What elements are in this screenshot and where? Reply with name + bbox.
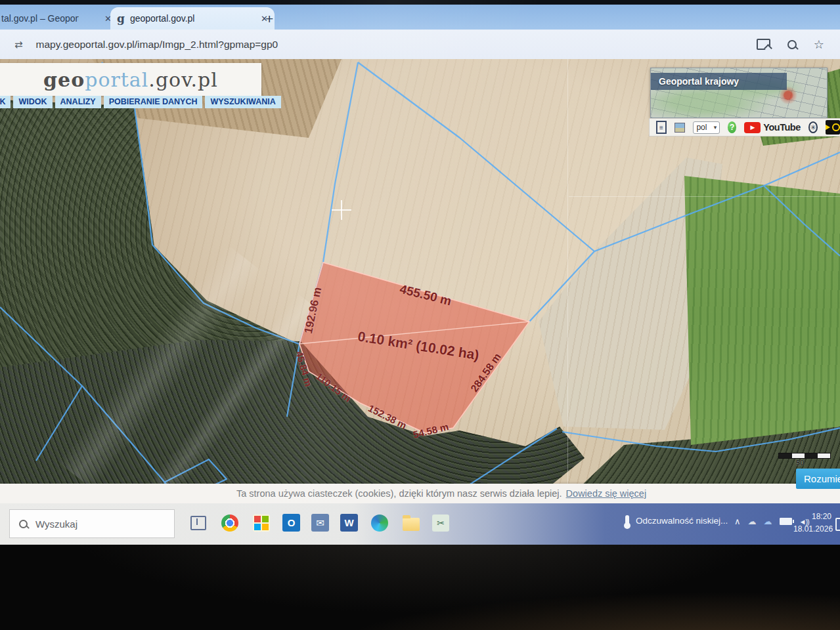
weather-widget[interactable]: Odczuwalność niskiej... — [625, 515, 728, 526]
laptop-bezel — [0, 545, 840, 630]
photo-top-edge — [0, 0, 840, 5]
geoportal-logo: geoportal.gov.pl — [43, 68, 218, 91]
menu-item-wyszukiwania[interactable]: WYSZUKIWANIA — [205, 96, 280, 108]
clock-time: 18:20 — [793, 511, 831, 523]
language-select[interactable]: pol ▾ — [693, 121, 720, 134]
menu-item-pobieranie-danych[interactable]: POBIERANIE DANYCH — [104, 96, 203, 108]
outlook-icon[interactable]: O — [282, 514, 300, 532]
language-value: pol — [696, 123, 707, 132]
file-explorer-icon[interactable] — [401, 513, 421, 533]
map-scale-label: 50 — [796, 459, 804, 467]
address-bar-actions: ☆ — [757, 39, 824, 51]
zoom-icon[interactable] — [787, 40, 797, 49]
chevron-down-icon: ▾ — [714, 124, 717, 131]
notification-center-icon[interactable] — [835, 518, 840, 531]
search-placeholder: Wyszukaj — [35, 518, 77, 530]
overview-minimap[interactable]: Geoportal krajowy — [650, 68, 828, 118]
tab-title: tal.gov.pl – Geoportal In — [1, 13, 79, 24]
ship-wheel-icon[interactable]: ✳ — [808, 121, 818, 133]
geoportal-toolbar: ≡ pol ▾ ? ▶ YouTube ✳ — [649, 118, 840, 136]
new-tab-button[interactable]: + — [265, 11, 273, 27]
minimap-title: Geoportal krajowy — [659, 76, 739, 87]
tab-geoportal-info[interactable]: tal.gov.pl – Geoportal In ✕ — [0, 7, 116, 30]
logo-portal: portal — [85, 68, 148, 91]
url-text[interactable]: mapy.geoportal.gov.pl/imap/Imgp_2.html?g… — [36, 39, 278, 51]
cast-icon[interactable] — [757, 39, 770, 50]
youtube-label: YouTube — [763, 122, 800, 133]
weather-text: Odczuwalność niskiej... — [636, 516, 728, 526]
cookie-accept-button[interactable]: Rozumiem — [796, 469, 840, 489]
taskbar-app-icons: O ✉ W ✂ — [188, 513, 449, 533]
tab-title: geoportal.gov.pl — [130, 13, 195, 24]
edge-icon[interactable] — [369, 513, 389, 533]
geoportal-header: geoportal.gov.pl — [0, 63, 261, 96]
cookie-message: Ta strona używa ciasteczek (cookies), dz… — [236, 488, 562, 499]
thermometer-icon — [625, 515, 629, 526]
browser-tab-bar: tal.gov.pl – Geoportal In ✕ g geoportal.… — [0, 5, 840, 30]
task-view-icon[interactable] — [188, 513, 208, 533]
youtube-link[interactable]: ▶ YouTube — [744, 122, 800, 133]
logo-suffix: .gov.pl — [148, 68, 218, 91]
cookie-banner: Ta strona używa ciasteczek (cookies), dz… — [0, 484, 840, 503]
help-icon[interactable]: ? — [728, 121, 736, 133]
laptop-photo: tal.gov.pl – Geoportal In ✕ g geoportal.… — [0, 0, 840, 630]
taskbar-clock[interactable]: 18:20 18.01.2026 — [793, 511, 831, 535]
store-icon[interactable] — [251, 513, 271, 533]
contrast-toggle-icon[interactable] — [826, 120, 840, 135]
clock-date: 18.01.2026 — [793, 523, 831, 536]
cloud-sync-icon[interactable]: ☁ — [764, 516, 772, 526]
taskbar-search-input[interactable]: Wyszukaj — [9, 509, 175, 538]
bip-icon[interactable]: ≡ — [656, 121, 667, 134]
mail-icon[interactable]: ✉ — [311, 514, 329, 532]
contrast-dot-icon — [832, 123, 840, 131]
menu-item-plik[interactable]: PLIK — [0, 96, 11, 108]
cursor-arrow-icon — [826, 125, 830, 130]
menu-item-analizy[interactable]: ANALIZY — [55, 96, 101, 108]
bookmark-star-icon[interactable]: ☆ — [814, 39, 824, 51]
map-sheet-icon[interactable] — [674, 123, 686, 133]
search-icon — [19, 520, 28, 528]
battery-icon[interactable] — [780, 518, 792, 525]
windows-taskbar: Wyszukaj O ✉ W ✂ Odczuwalność niskiej...… — [0, 503, 840, 545]
minimap-title-band: Geoportal krajowy — [651, 73, 787, 90]
logo-geo: geo — [43, 68, 85, 91]
menu-item-widok[interactable]: WIDOK — [13, 96, 52, 108]
map-center-crosshair-icon — [332, 200, 351, 220]
cookie-learn-more-link[interactable]: Dowiedz się więcej — [566, 488, 647, 499]
word-icon[interactable]: W — [340, 514, 358, 532]
chrome-icon[interactable] — [219, 513, 240, 533]
onedrive-icon[interactable]: ☁ — [748, 516, 757, 526]
map-scale-bar — [778, 453, 831, 459]
browser-address-bar: ⇄ mapy.geoportal.gov.pl/imap/Imgp_2.html… — [0, 30, 840, 59]
geoportal-favicon-icon: g — [117, 12, 125, 25]
map-viewport[interactable]: 455.50 m 192.96 m 45.84 m 110.15 m 152.3… — [0, 59, 840, 489]
site-info-icon[interactable]: ⇄ — [14, 39, 22, 51]
geoportal-menu-bar: PLIK WIDOK ANALIZY POBIERANIE DANYCH WYS… — [0, 96, 281, 108]
youtube-play-icon: ▶ — [744, 122, 761, 133]
snip-icon[interactable]: ✂ — [432, 514, 449, 532]
tab-geoportal-map[interactable]: g geoportal.gov.pl ✕ — [110, 7, 275, 30]
tray-chevron-icon[interactable]: ∧ — [734, 516, 741, 526]
